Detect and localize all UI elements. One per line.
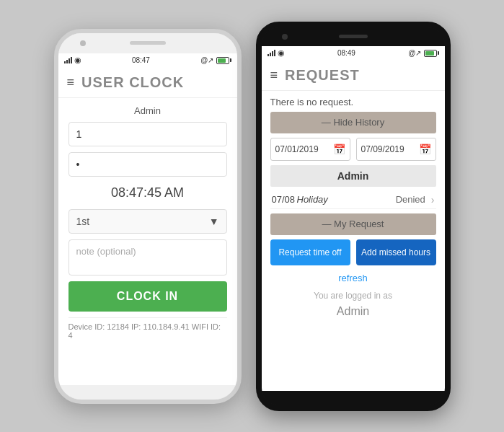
screen-white: ≡ USER CLOCK Admin 1 • 08:47:45 AM 1st ▼…: [58, 68, 237, 385]
admin-label: Admin: [68, 105, 227, 116]
logged-in-name: Admin: [270, 305, 436, 318]
signal-area-black: ◉: [268, 48, 285, 58]
status-bar-black: ◉ 08:49 @↗: [262, 46, 445, 61]
front-camera-black: [282, 34, 288, 40]
content-black: There is no request. — Hide History 07/0…: [262, 91, 445, 391]
status-bar-white: ◉ 08:47 @↗: [58, 53, 237, 68]
battery-icon: [216, 57, 231, 64]
location-icon-black: @↗: [408, 49, 421, 57]
history-status: Denied: [396, 194, 425, 205]
shift-select[interactable]: 1st ▼: [68, 209, 227, 234]
right-status-icons-black: @↗: [408, 49, 438, 57]
add-missed-hours-button[interactable]: Add missed hours: [356, 239, 436, 265]
device-info: Device ID: 12184 IP: 110.184.9.41 WIFI I…: [68, 317, 227, 341]
chevron-right-icon: ›: [431, 194, 435, 206]
time-display: 08:47: [132, 56, 150, 64]
phone-black-top-bar: [262, 27, 445, 46]
page-title-black: REQUEST: [285, 67, 360, 84]
phone-white-top-bar: [58, 33, 237, 53]
phone-black: ◉ 08:49 @↗ ≡ REQUEST There is no request…: [256, 22, 451, 411]
calendar-to-icon: 📅: [419, 144, 431, 155]
time-display-black: 08:49: [337, 49, 355, 57]
password-field[interactable]: •: [68, 152, 227, 177]
page-title-white: USER CLOCK: [81, 74, 184, 91]
signal-area: ◉: [64, 56, 81, 65]
history-date: 07/08: [272, 194, 297, 205]
hamburger-menu-icon[interactable]: ≡: [67, 75, 75, 90]
speaker: [130, 41, 166, 45]
clock-in-button[interactable]: CLOCK IN: [68, 281, 227, 312]
username-field[interactable]: 1: [68, 122, 227, 146]
signal-icon: [64, 57, 72, 63]
bottom-bar-black: [262, 391, 445, 405]
right-status-icons: @↗: [200, 56, 231, 64]
logged-in-as-text: You are logged in as: [270, 291, 436, 301]
front-camera: [80, 40, 86, 46]
refresh-link[interactable]: refresh: [270, 270, 436, 286]
signal-icon-black: [268, 50, 275, 56]
admin-section: Admin: [270, 165, 436, 187]
phones-container: ◉ 08:47 @↗ ≡ USER CLOCK Admin: [54, 22, 451, 411]
nav-bar-white: ≡ USER CLOCK: [58, 68, 237, 98]
content-white: Admin 1 • 08:47:45 AM 1st ▼ note (option…: [58, 98, 237, 385]
wifi-icon: ◉: [74, 56, 81, 65]
current-time: 08:47:45 AM: [68, 182, 227, 203]
my-request-header[interactable]: — My Request: [270, 213, 436, 235]
date-from-input[interactable]: 07/01/2019 📅: [270, 138, 350, 161]
history-type: Holiday: [297, 194, 396, 205]
action-buttons-row: Request time off Add missed hours: [270, 239, 436, 265]
request-time-off-button[interactable]: Request time off: [270, 239, 350, 265]
history-row[interactable]: 07/08 Holiday Denied ›: [270, 191, 436, 209]
location-icon: @↗: [200, 56, 213, 64]
no-request-text: There is no request.: [270, 97, 436, 107]
bottom-bar-white: [58, 385, 237, 400]
phone-white: ◉ 08:47 @↗ ≡ USER CLOCK Admin: [54, 29, 242, 404]
note-field[interactable]: note (optional): [68, 239, 227, 275]
battery-icon-black: [424, 50, 439, 57]
screen-black: ≡ REQUEST There is no request. — Hide Hi…: [262, 61, 445, 391]
hide-history-header[interactable]: — Hide History: [270, 112, 436, 133]
chevron-down-icon: ▼: [209, 216, 219, 227]
date-range-row: 07/01/2019 📅 07/09/2019 📅: [270, 138, 436, 161]
wifi-icon-black: ◉: [278, 48, 285, 58]
date-to-input[interactable]: 07/09/2019 📅: [356, 138, 436, 161]
nav-bar-black: ≡ REQUEST: [262, 61, 445, 91]
calendar-from-icon: 📅: [333, 144, 345, 155]
front-sensor: [339, 35, 368, 38]
hamburger-menu-icon-black[interactable]: ≡: [270, 68, 278, 83]
